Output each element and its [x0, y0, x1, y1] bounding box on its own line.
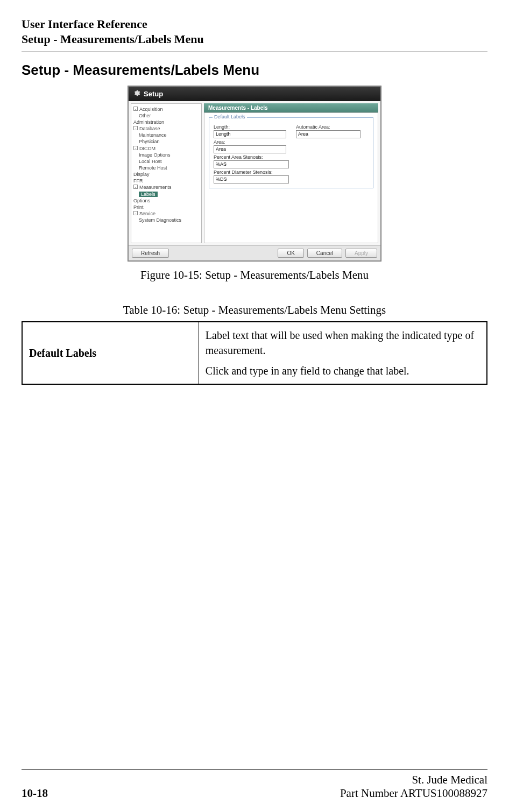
tree-display[interactable]: Display [133, 171, 200, 178]
group-title: Default Labels [213, 114, 247, 119]
pas-input[interactable] [214, 160, 289, 168]
pas-field: Percent Area Stenosis: [214, 154, 289, 168]
settings-table: Default Labels Label text that will be u… [22, 321, 487, 385]
page-header: User Interface Reference Setup - Measure… [22, 16, 487, 46]
table-caption: Table 10-16: Setup - Measurements/Labels… [22, 303, 487, 317]
content-pane: Measurements - Labels Default Labels Len… [204, 103, 378, 243]
button-bar: Refresh OK Cancel Apply [129, 245, 380, 260]
tree-dicom[interactable]: DICOM [139, 146, 155, 151]
tree-ffr[interactable]: FFR [133, 178, 200, 184]
length-input[interactable] [214, 130, 286, 138]
tree-database[interactable]: Database [139, 126, 160, 131]
tree-print[interactable]: Print [133, 204, 200, 210]
tree-other[interactable]: Other [139, 112, 200, 119]
ok-button[interactable]: OK [278, 249, 303, 258]
cancel-button[interactable]: Cancel [307, 249, 342, 258]
auto-area-input[interactable] [296, 130, 360, 138]
collapse-icon[interactable]: - [133, 126, 138, 130]
table-cell-term: Default Labels [22, 322, 199, 384]
table-row: Default Labels Label text that will be u… [22, 322, 487, 384]
settings-panel: Default Labels Length: Automatic Area: A… [204, 112, 378, 243]
header-subtitle: Setup - Measurements/Labels Menu [22, 32, 487, 46]
nav-tree[interactable]: -Acquisition Other Administration -Datab… [131, 103, 202, 243]
tree-maintenance[interactable]: Maintenance [139, 132, 200, 138]
area-label: Area: [214, 139, 286, 145]
breadcrumb: Measurements - Labels [204, 103, 378, 112]
page-footer: St. Jude Medical 10-18 Part Number ARTUS… [22, 769, 487, 800]
tree-service[interactable]: Service [139, 211, 155, 216]
tree-system-diagnostics[interactable]: System Diagnostics [139, 217, 200, 223]
pds-label: Percent Diameter Stenosis: [214, 170, 289, 175]
tree-acquisition[interactable]: Acquisition [139, 107, 163, 112]
pds-input[interactable] [214, 175, 289, 183]
tree-image-options[interactable]: Image Options [139, 152, 200, 158]
pas-label: Percent Area Stenosis: [214, 154, 289, 160]
area-field: Area: [214, 139, 286, 153]
auto-area-field: Automatic Area: [296, 124, 360, 138]
figure-caption: Figure 10-15: Setup - Measurements/Label… [22, 269, 487, 282]
area-input[interactable] [214, 145, 286, 153]
header-rule [22, 52, 487, 52]
length-label: Length: [214, 124, 286, 130]
footer-company: St. Jude Medical [412, 773, 487, 787]
dialog-titlebar: Setup [129, 87, 380, 101]
dialog-body: -Acquisition Other Administration -Datab… [129, 101, 380, 245]
collapse-icon[interactable]: - [133, 146, 138, 150]
tree-administration[interactable]: Administration [133, 119, 164, 125]
page-number: 10-18 [22, 787, 48, 800]
default-labels-group: Default Labels Length: Automatic Area: A… [209, 117, 373, 188]
dialog-title: Setup [144, 90, 163, 98]
gear-icon [133, 89, 140, 98]
length-field: Length: [214, 124, 286, 138]
header-title: User Interface Reference [22, 16, 487, 32]
apply-button[interactable]: Apply [345, 249, 377, 258]
footer-partnum: Part Number ARTUS100088927 [340, 787, 487, 800]
tree-local-host[interactable]: Local Host [139, 158, 200, 165]
table-cell-desc: Label text that will be used when making… [199, 322, 487, 384]
table-desc-p2: Click and type in any field to change th… [206, 363, 480, 378]
tree-remote-host[interactable]: Remote Host [139, 165, 200, 171]
footer-rule [22, 769, 487, 770]
collapse-icon[interactable]: - [133, 185, 138, 189]
section-heading: Setup - Measurements/Labels Menu [22, 62, 487, 79]
tree-labels-selected[interactable]: Labels [139, 192, 158, 197]
pds-field: Percent Diameter Stenosis: [214, 170, 289, 183]
tree-options[interactable]: Options [133, 197, 200, 204]
setup-dialog: Setup -Acquisition Other Administration … [128, 86, 381, 261]
collapse-icon[interactable]: - [133, 107, 138, 111]
tree-physician[interactable]: Physician [139, 138, 200, 145]
auto-area-label: Automatic Area: [296, 124, 360, 130]
table-desc-p1: Label text that will be used when making… [206, 328, 480, 358]
tree-measurements[interactable]: Measurements [139, 185, 172, 190]
refresh-button[interactable]: Refresh [132, 249, 169, 258]
collapse-icon[interactable]: - [133, 211, 138, 215]
